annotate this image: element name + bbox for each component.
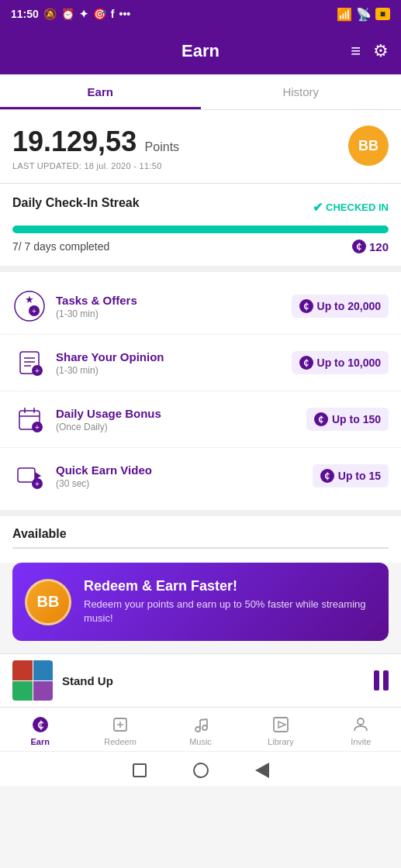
earn-items-list: ★ + Tasks & Offers (1-30 min) ₵ Up to 20…	[0, 272, 401, 516]
invite-nav-icon	[351, 715, 370, 734]
nav-library[interactable]: Library	[240, 712, 320, 749]
svg-point-32	[358, 718, 364, 725]
avatar: BB	[348, 126, 389, 166]
tab-history[interactable]: History	[201, 74, 402, 109]
status-time: 11:50	[11, 8, 39, 20]
thumb-piece-4	[33, 681, 54, 701]
coin-icon-daily: ₵	[314, 412, 328, 426]
checkin-progress-bar	[12, 226, 389, 233]
video-title: Quick Earn Video	[56, 463, 313, 477]
svg-text:+: +	[32, 307, 36, 315]
location-icon: ✦	[79, 8, 88, 20]
facebook-icon: f	[111, 8, 115, 20]
tab-earn[interactable]: Earn	[0, 74, 201, 109]
library-nav-icon	[271, 715, 290, 734]
alarm-icon: ⏰	[61, 8, 74, 20]
crosshair-icon: 🎯	[93, 8, 106, 20]
opinion-sub: (1-30 min)	[56, 365, 292, 376]
earn-item-video[interactable]: + Quick Earn Video (30 sec) ₵ Up to 15	[0, 448, 401, 504]
bottom-nav: ₵ Earn Redeem Music Library	[0, 707, 401, 751]
earn-item-opinion[interactable]: + Share Your Opinion (1-30 min) ₵ Up to …	[0, 335, 401, 391]
more-icon: •••	[119, 8, 130, 20]
coin-icon-tasks: ₵	[299, 299, 313, 313]
points-last-updated: LAST UPDATED: 18 jul. 2020 - 11:50	[12, 161, 179, 170]
checkmark-icon: ✔	[313, 200, 323, 215]
music-nav-icon	[192, 715, 210, 734]
daily-checkin-section: Daily Check-In Streak ✔ CHECKED IN 7/ 7 …	[0, 184, 401, 272]
points-section: 19.129,53 Points LAST UPDATED: 18 jul. 2…	[0, 110, 401, 184]
svg-line-29	[200, 719, 207, 720]
now-playing: Stand Up	[0, 653, 401, 707]
settings-icon[interactable]: ⚙	[373, 41, 389, 61]
tasks-icon: ★ +	[12, 289, 47, 323]
nav-earn[interactable]: ₵ Earn	[0, 712, 80, 749]
battery-icon: ■	[375, 8, 390, 20]
system-back-button[interactable]	[255, 763, 269, 778]
filter-icon[interactable]: ≡	[351, 41, 361, 61]
tasks-sub: (1-30 min)	[56, 308, 292, 319]
signal-icon: 📶	[337, 7, 352, 22]
available-title: Available	[12, 527, 389, 541]
available-section: Available	[0, 516, 401, 563]
svg-rect-16	[18, 468, 35, 482]
video-reward: ₵ Up to 15	[313, 464, 389, 487]
checked-in-label: CHECKED IN	[326, 202, 389, 213]
system-square-button[interactable]	[133, 763, 147, 777]
video-icon: +	[12, 459, 47, 493]
now-playing-title: Stand Up	[62, 674, 365, 687]
mute-icon: 🔕	[43, 8, 57, 20]
nav-invite[interactable]: Invite	[321, 712, 401, 749]
album-art	[12, 660, 53, 701]
svg-text:₵: ₵	[37, 719, 43, 731]
opinion-reward: ₵ Up to 10,000	[292, 351, 389, 374]
tasks-reward: ₵ Up to 20,000	[292, 294, 389, 318]
wifi-icon: 📡	[356, 7, 372, 22]
redeem-nav-icon	[111, 715, 130, 734]
daily-reward: ₵ Up to 150	[306, 408, 389, 431]
thumb-piece-2	[33, 660, 54, 680]
pause-bar-left	[374, 670, 379, 691]
system-nav	[0, 751, 401, 786]
opinion-icon: +	[12, 346, 47, 380]
header: Earn ≡ ⚙	[0, 28, 401, 74]
checkin-reward: ₵ 120	[352, 239, 389, 253]
nav-earn-label: Earn	[30, 737, 49, 746]
nav-redeem-label: Redeem	[104, 737, 137, 746]
nav-redeem[interactable]: Redeem	[80, 712, 160, 749]
status-indicators: 📶 📡 ■	[337, 7, 390, 22]
daily-sub: (Once Daily)	[56, 422, 306, 432]
checkin-days: 7/ 7 days completed	[12, 240, 109, 253]
nav-music-label: Music	[189, 737, 212, 746]
thumb-piece-3	[12, 681, 33, 701]
status-bar: 11:50 🔕 ⏰ ✦ 🎯 f ••• 📶 📡 ■	[0, 0, 401, 28]
svg-text:+: +	[35, 423, 40, 432]
video-sub: (30 sec)	[56, 478, 313, 489]
svg-text:+: +	[35, 367, 40, 375]
points-label: Points	[145, 140, 179, 153]
coin-icon-video: ₵	[320, 469, 334, 483]
pause-button[interactable]	[374, 670, 389, 691]
daily-icon: +	[12, 402, 47, 436]
promo-avatar: BB	[25, 579, 71, 625]
earn-item-tasks[interactable]: ★ + Tasks & Offers (1-30 min) ₵ Up to 20…	[0, 278, 401, 335]
svg-text:★: ★	[25, 294, 34, 305]
nav-library-label: Library	[268, 737, 294, 746]
nav-music[interactable]: Music	[161, 712, 240, 749]
thumb-piece-1	[12, 660, 33, 680]
promo-title: Redeem & Earn Faster!	[84, 578, 376, 594]
promo-card[interactable]: BB Redeem & Earn Faster! Redeem your poi…	[12, 563, 389, 641]
available-divider	[12, 547, 389, 549]
svg-marker-31	[278, 722, 285, 728]
opinion-title: Share Your Opinion	[56, 350, 292, 363]
header-title: Earn	[181, 41, 220, 61]
daily-title: Daily Usage Bonus	[56, 407, 306, 420]
earn-item-daily[interactable]: + Daily Usage Bonus (Once Daily) ₵ Up to…	[0, 391, 401, 448]
checkin-bar-fill	[12, 226, 389, 233]
checkin-status: ✔ CHECKED IN	[313, 200, 389, 215]
coin-icon-opinion: ₵	[299, 356, 313, 370]
nav-invite-label: Invite	[351, 737, 371, 746]
tabs-container: Earn History	[0, 74, 401, 110]
promo-subtitle: Redeem your points and earn up to 50% fa…	[84, 598, 376, 625]
coin-icon: ₵	[352, 239, 366, 253]
system-home-button[interactable]	[193, 763, 209, 778]
